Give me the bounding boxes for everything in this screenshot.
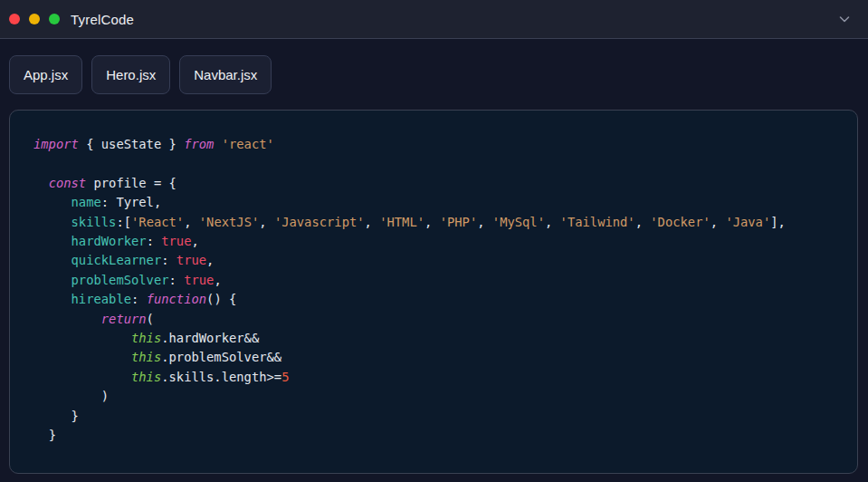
code-line <box>33 154 834 173</box>
chevron-down-glyph <box>837 12 852 26</box>
titlebar: TyrelCode <box>0 0 868 39</box>
tab-bar: App.jsx Hero.jsx Navbar.jsx <box>0 39 868 94</box>
tab-navbar-jsx[interactable]: Navbar.jsx <box>179 55 272 94</box>
tab-hero-jsx[interactable]: Hero.jsx <box>91 55 170 94</box>
code-line: this.problemSolver&& <box>33 348 834 367</box>
code-line: } <box>33 426 834 445</box>
code-line: hardWorker: true, <box>33 232 834 251</box>
minimize-button[interactable] <box>29 14 40 24</box>
code-line: return( <box>33 310 834 329</box>
code-line: const profile = { <box>33 174 834 193</box>
code-line: this.skills.length>=5 <box>33 368 834 387</box>
window-controls <box>9 14 60 24</box>
code-line: ) <box>33 387 834 406</box>
code-line: hireable: function() { <box>33 290 834 309</box>
tab-app-jsx[interactable]: App.jsx <box>9 55 82 94</box>
chevron-down-icon[interactable] <box>837 12 852 26</box>
code-line: } <box>33 407 834 426</box>
code-line: quickLearner: true, <box>33 251 834 270</box>
code-panel: import { useState } from 'react' const p… <box>9 110 858 474</box>
code-line: name: Tyrel, <box>33 193 834 212</box>
maximize-button[interactable] <box>49 14 60 24</box>
code-line: problemSolver: true, <box>33 271 834 290</box>
code-line: import { useState } from 'react' <box>33 135 834 154</box>
app-window: TyrelCode App.jsx Hero.jsx Navbar.jsx im… <box>0 0 868 474</box>
code-line: this.hardWorker&& <box>33 329 834 348</box>
code-line: skills:['React', 'NextJS', 'Javascript',… <box>33 213 834 232</box>
window-title: TyrelCode <box>71 12 134 27</box>
code-block: import { useState } from 'react' const p… <box>10 111 857 470</box>
close-button[interactable] <box>9 14 20 24</box>
